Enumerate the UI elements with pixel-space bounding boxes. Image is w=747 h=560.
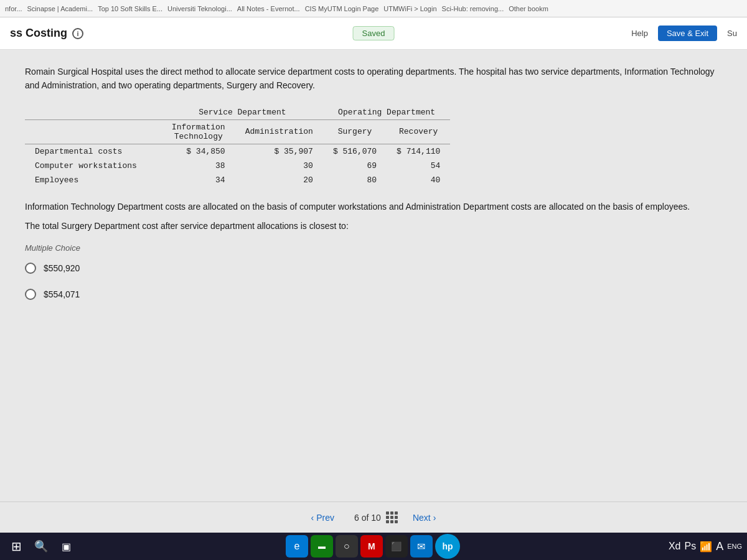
taskbar-app-m[interactable]: M: [360, 535, 383, 558]
tab-nfor[interactable]: nfor...: [5, 5, 22, 12]
cell-admin-dept: $ 35,907: [235, 144, 323, 159]
mc-option-1[interactable]: $550,920: [25, 263, 722, 274]
multiple-choice-section: Multiple Choice $550,920 $554,071: [25, 243, 722, 300]
cell-surgery-dept: $ 516,070: [323, 144, 387, 159]
grid-icon[interactable]: [386, 511, 398, 523]
taskbar-app-black[interactable]: ⬛: [385, 535, 408, 558]
mc-radio-2[interactable]: [25, 289, 36, 300]
next-label: Next: [413, 513, 431, 523]
tab-utmwifi[interactable]: UTMWiFi > Login: [383, 5, 436, 12]
table-row: Employees 34 20 80 40: [25, 173, 450, 187]
mc-option-2[interactable]: $554,071: [25, 289, 722, 300]
mc-radio-1[interactable]: [25, 263, 36, 274]
tab-myutm[interactable]: CIS MyUTM Login Page: [305, 5, 379, 12]
taskbar-center: e ▬ ○ M ⬛ ✉ hp: [80, 534, 666, 559]
saved-badge: Saved: [353, 26, 395, 40]
row-label-dept-costs: Departmental costs: [25, 144, 162, 159]
main-content: Romain Surgical Hospital uses the direct…: [0, 50, 747, 533]
cell-it-ws: 38: [162, 159, 235, 173]
taskview-icon[interactable]: ▣: [55, 535, 77, 558]
windows-icon[interactable]: ⊞: [5, 535, 27, 558]
page-indicator: 6 of 10: [349, 511, 398, 523]
mc-value-2: $554,071: [44, 289, 80, 299]
cell-recovery-dept: $ 714,110: [387, 144, 450, 159]
service-dept-header: Service Department: [162, 105, 323, 120]
col-admin-header: Administration: [235, 119, 323, 144]
page-of: 6 of 10: [354, 513, 381, 523]
app-header: ss Costing i Saved Help Save & Exit Su: [0, 17, 747, 50]
table-row: Departmental costs $ 34,850 $ 35,907 $ 5…: [25, 144, 450, 159]
tab-scinapse[interactable]: Scinapse | Academi...: [27, 5, 93, 12]
submit-button[interactable]: Su: [727, 29, 737, 38]
cell-surgery-ws: 69: [323, 159, 387, 173]
next-chevron-icon: ›: [433, 513, 436, 523]
allocation-note: Information Technology Department costs …: [25, 200, 722, 213]
table-row: Computer workstations 38 30 69 54: [25, 159, 450, 173]
intro-text: Romain Surgical Hospital uses the direct…: [25, 65, 722, 93]
xd-icon[interactable]: Xd: [669, 541, 681, 552]
mc-label: Multiple Choice: [25, 243, 722, 253]
language-label: ENG: [727, 543, 742, 550]
prev-label: Prev: [316, 513, 334, 523]
cell-admin-emp: 20: [235, 173, 323, 187]
operating-dept-header: Operating Department: [323, 105, 450, 120]
a-icon[interactable]: A: [716, 540, 723, 553]
col-recovery-header: Recovery: [387, 119, 450, 144]
prev-button[interactable]: ‹ Prev: [311, 513, 334, 523]
tab-evernote[interactable]: All Notes - Evernot...: [237, 5, 300, 12]
cell-it-emp: 34: [162, 173, 235, 187]
tab-scihub[interactable]: Sci-Hub: removing...: [442, 5, 504, 12]
department-table: Service Department Operating Department …: [25, 105, 450, 187]
taskbar-app-green[interactable]: ▬: [311, 535, 333, 558]
ps-icon[interactable]: Ps: [684, 541, 696, 552]
tab-top10[interactable]: Top 10 Soft Skills E...: [98, 5, 162, 12]
taskbar-right: Xd Ps 📶 A ENG: [669, 540, 742, 553]
taskbar-app-circle[interactable]: ○: [336, 535, 358, 558]
row-label-workstations: Computer workstations: [25, 159, 162, 173]
question-prompt: The total Surgery Department cost after …: [25, 221, 722, 231]
col-surgery-header: Surgery: [323, 119, 387, 144]
taskbar-app-email[interactable]: ✉: [410, 535, 433, 558]
cell-it-dept: $ 34,850: [162, 144, 235, 159]
info-icon[interactable]: i: [72, 28, 83, 39]
browser-bar: nfor... Scinapse | Academi... Top 10 Sof…: [0, 0, 747, 17]
col-it-header: InformationTechnology: [162, 119, 235, 144]
cell-recovery-emp: 40: [387, 173, 450, 187]
taskbar-app-edge[interactable]: e: [286, 535, 308, 558]
help-button[interactable]: Help: [631, 29, 648, 38]
next-button[interactable]: Next ›: [413, 513, 436, 523]
prev-chevron-icon: ‹: [311, 513, 314, 523]
row-label-employees: Employees: [25, 173, 162, 187]
save-exit-button[interactable]: Save & Exit: [658, 26, 717, 41]
question-area: Romain Surgical Hospital uses the direct…: [0, 50, 747, 502]
tab-universiti[interactable]: Universiti Teknologi...: [167, 5, 232, 12]
wifi-icon[interactable]: 📶: [700, 541, 712, 553]
cell-surgery-emp: 80: [323, 173, 387, 187]
page-title: ss Costing: [10, 27, 67, 40]
header-left: ss Costing i: [10, 27, 83, 40]
mc-value-1: $550,920: [44, 263, 80, 273]
search-icon[interactable]: 🔍: [30, 535, 52, 558]
taskbar: ⊞ 🔍 ▣ e ▬ ○ M ⬛ ✉ hp Xd Ps 📶 A ENG: [0, 533, 747, 560]
nav-footer: ‹ Prev 6 of 10 Next ›: [0, 502, 747, 533]
cell-recovery-ws: 54: [387, 159, 450, 173]
hp-logo: hp: [435, 534, 460, 559]
header-right: Help Save & Exit Su: [631, 26, 737, 41]
cell-admin-ws: 30: [235, 159, 323, 173]
tab-bookmarks[interactable]: Other bookm: [509, 5, 548, 12]
